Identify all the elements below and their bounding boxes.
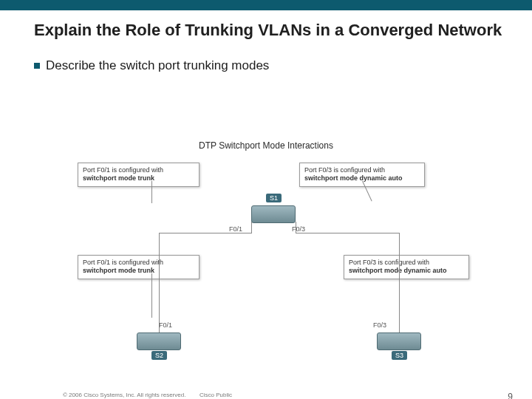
- link-line: [296, 233, 399, 233]
- bullet-icon: [34, 63, 40, 69]
- switch-s2-icon: [137, 332, 181, 350]
- switch-s1-icon: [251, 205, 296, 223]
- bullet-text: Describe the switch port trunking modes: [46, 58, 269, 72]
- config-command: switchport mode dynamic auto: [349, 267, 464, 275]
- slide-title: Explain the Role of Trunking VLANs in a …: [0, 10, 532, 42]
- config-line: Port F0/3 is configured with: [349, 259, 464, 267]
- config-command: switchport mode trunk: [83, 174, 194, 183]
- config-box-bottom-right: Port F0/3 is configured with switchport …: [344, 255, 469, 279]
- switch-label-s3: S3: [392, 351, 407, 360]
- leader-line: [151, 181, 152, 203]
- page-number: 9: [508, 392, 513, 399]
- config-line: Port F0/1 is configured with: [83, 259, 194, 267]
- footer-copyright: © 2006 Cisco Systems, Inc. All rights re…: [63, 392, 185, 398]
- switch-label-s1: S1: [266, 194, 282, 202]
- config-box-top-right: Port F0/3 is configured with switchport …: [299, 163, 425, 187]
- bullet-item: Describe the switch port trunking modes: [0, 42, 532, 73]
- config-box-top-left: Port F0/1 is configured with switchport …: [78, 163, 200, 187]
- diagram-container: DTP Switchport Mode Interactions Port F0…: [63, 140, 469, 362]
- port-label: F0/3: [292, 225, 305, 233]
- diagram-title: DTP Switchport Mode Interactions: [63, 140, 469, 151]
- link-line: [159, 233, 160, 332]
- config-line: Port F0/3 is configured with: [304, 166, 420, 174]
- link-line: [399, 233, 400, 332]
- footer-public: Cisco Public: [200, 392, 232, 398]
- port-label: F0/3: [373, 321, 386, 329]
- config-command: switchport mode trunk: [83, 267, 194, 275]
- port-label: F0/1: [229, 225, 242, 233]
- switch-label-s2: S2: [151, 351, 167, 360]
- link-line: [159, 233, 252, 233]
- config-box-bottom-left: Port F0/1 is configured with switchport …: [78, 255, 200, 279]
- leader-line: [151, 273, 152, 318]
- header-bar: [0, 0, 532, 10]
- config-line: Port F0/1 is configured with: [83, 166, 194, 174]
- link-line: [251, 222, 252, 233]
- port-label: F0/1: [159, 321, 172, 329]
- switch-s3-icon: [377, 332, 421, 350]
